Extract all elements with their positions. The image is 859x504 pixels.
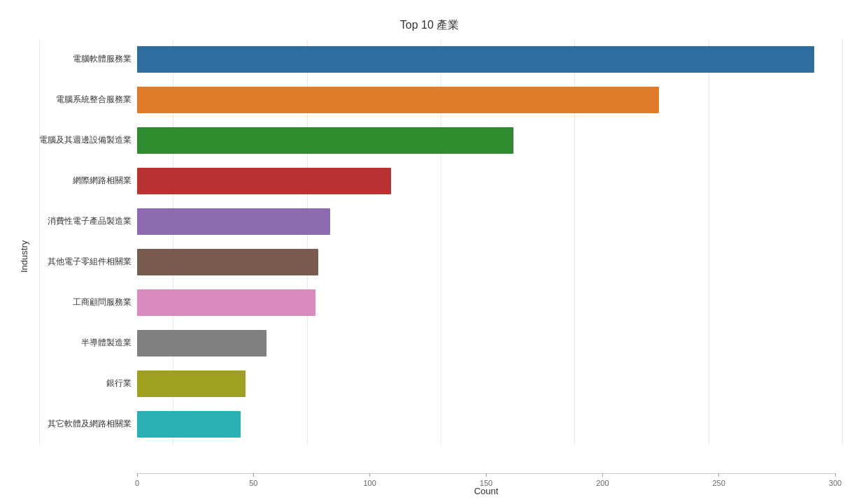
chart-title: Top 10 產業 xyxy=(17,11,842,33)
bar-label: 消費性電子產品製造業 xyxy=(39,215,137,227)
bar-fill xyxy=(137,208,330,235)
bar-fill xyxy=(137,127,513,154)
bar-outer xyxy=(137,127,842,154)
x-tick: 200 xyxy=(596,473,609,487)
bar-row: 電腦系統整合服務業 xyxy=(39,80,842,120)
bar-outer xyxy=(137,411,842,438)
x-tick-label: 250 xyxy=(712,479,725,487)
bar-label: 電腦軟體服務業 xyxy=(39,53,137,65)
bars-area: 電腦軟體服務業電腦系統整合服務業電腦及其週邊設備製造業網際網路相關業消費性電子產… xyxy=(39,40,842,445)
x-tick-label: 150 xyxy=(480,479,492,487)
x-tick-line xyxy=(253,473,254,477)
bar-fill xyxy=(137,289,315,316)
y-axis-label: Industry xyxy=(17,40,31,473)
bar-label: 半導體製造業 xyxy=(39,337,137,349)
bar-row: 電腦軟體服務業 xyxy=(39,40,842,79)
bar-outer xyxy=(137,168,842,194)
bar-label: 銀行業 xyxy=(39,377,137,389)
bar-outer xyxy=(137,46,842,73)
bar-fill xyxy=(137,330,267,357)
bar-outer xyxy=(137,208,842,235)
bar-fill xyxy=(137,370,246,397)
bar-row: 電腦及其週邊設備製造業 xyxy=(39,121,842,160)
grid-line xyxy=(842,40,843,445)
x-tick: 300 xyxy=(829,473,842,487)
bar-fill xyxy=(137,249,318,275)
x-tick-line xyxy=(485,473,486,477)
chart-wrapper: Top 10 產業 Industry 電腦軟體服務業電腦系統整合服務業電腦及其週… xyxy=(17,11,842,494)
x-tick-label: 200 xyxy=(596,479,609,487)
bar-outer xyxy=(137,289,842,316)
x-tick: 100 xyxy=(363,473,376,487)
bar-fill xyxy=(137,168,391,194)
bar-row: 工商顧問服務業 xyxy=(39,283,842,322)
bar-outer xyxy=(137,370,842,397)
x-tick-line xyxy=(718,473,719,477)
x-tick: 250 xyxy=(712,473,725,487)
bar-fill xyxy=(137,87,659,113)
x-tick-line xyxy=(137,473,138,477)
x-tick: 50 xyxy=(249,473,257,487)
chart-container: Top 10 產業 Industry 電腦軟體服務業電腦系統整合服務業電腦及其週… xyxy=(0,0,859,504)
bar-outer xyxy=(137,87,842,113)
x-tick-line xyxy=(602,473,603,477)
bar-fill xyxy=(137,411,241,438)
chart-plot: 電腦軟體服務業電腦系統整合服務業電腦及其週邊設備製造業網際網路相關業消費性電子產… xyxy=(32,40,842,473)
bar-label: 其它軟體及網路相關業 xyxy=(39,418,137,430)
x-tick-label: 300 xyxy=(829,479,842,487)
bar-row: 半導體製造業 xyxy=(39,324,842,363)
x-tick-label: 0 xyxy=(135,479,139,487)
bar-fill xyxy=(137,46,814,73)
x-tick-line xyxy=(835,473,835,477)
x-tick-label: 50 xyxy=(249,479,257,487)
bar-row: 消費性電子產品製造業 xyxy=(39,202,842,241)
bar-outer xyxy=(137,249,842,275)
x-tick-line xyxy=(369,473,370,477)
bar-label: 工商顧問服務業 xyxy=(39,296,137,308)
bar-label: 網際網路相關業 xyxy=(39,175,137,187)
chart-inner: Industry 電腦軟體服務業電腦系統整合服務業電腦及其週邊設備製造業網際網路… xyxy=(17,40,842,473)
bar-outer xyxy=(137,330,842,357)
bar-row: 其它軟體及網路相關業 xyxy=(39,405,842,444)
bar-label: 其他電子零組件相關業 xyxy=(39,256,137,268)
bar-row: 銀行業 xyxy=(39,364,842,403)
x-tick-label: 100 xyxy=(363,479,376,487)
bar-row: 網際網路相關業 xyxy=(39,161,842,201)
x-tick: 150 xyxy=(480,473,492,487)
bar-label: 電腦及其週邊設備製造業 xyxy=(39,134,137,146)
x-tick: 0 xyxy=(135,473,139,487)
bar-label: 電腦系統整合服務業 xyxy=(39,94,137,106)
bar-row: 其他電子零組件相關業 xyxy=(39,243,842,282)
x-axis-label: Count xyxy=(130,486,842,496)
